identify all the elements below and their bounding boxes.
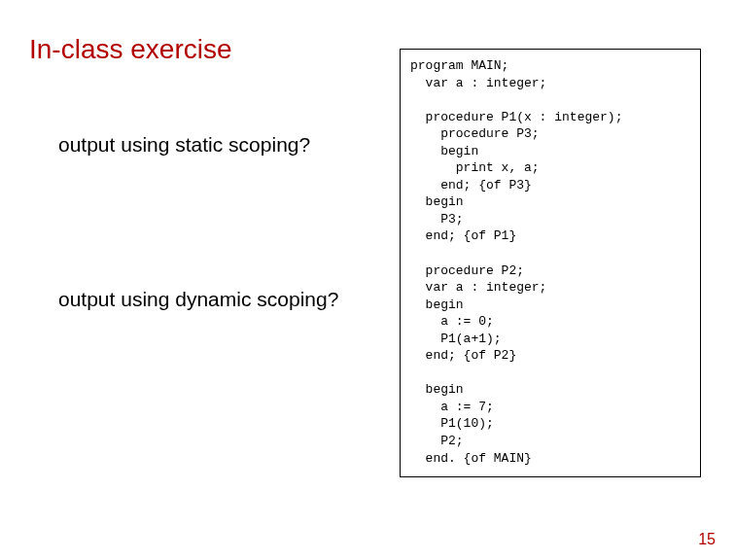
code-listing: program MAIN; var a : integer; procedure… — [400, 49, 701, 477]
slide: In-class exercise output using static sc… — [0, 0, 735, 560]
page-number: 15 — [698, 531, 716, 548]
